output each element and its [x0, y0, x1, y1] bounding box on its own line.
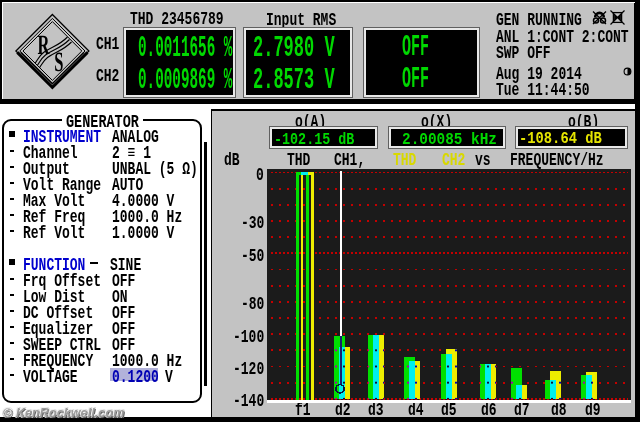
svg-text:S: S: [54, 47, 63, 78]
svg-text:R: R: [38, 30, 50, 61]
